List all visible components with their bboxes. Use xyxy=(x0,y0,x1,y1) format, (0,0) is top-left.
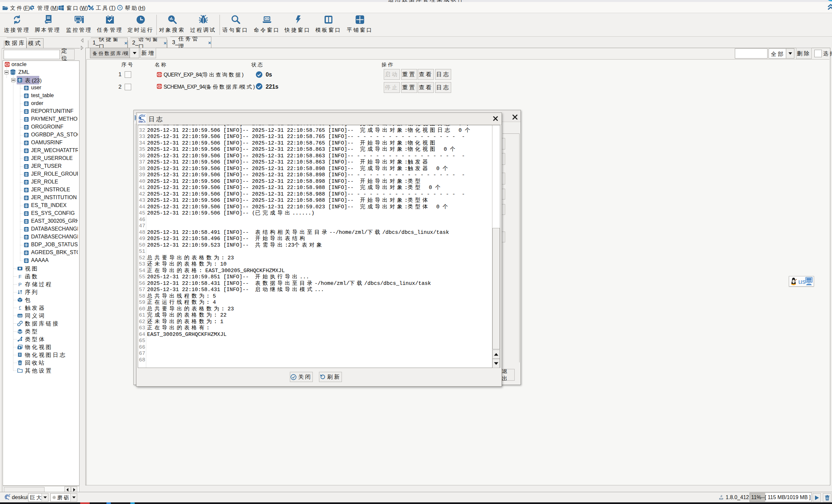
svg-text:£: £ xyxy=(19,305,21,310)
svg-text:P: P xyxy=(18,282,22,287)
svg-text:F: F xyxy=(18,274,21,279)
svg-text:?: ? xyxy=(119,6,121,9)
svg-text:AD: AD xyxy=(18,314,22,318)
